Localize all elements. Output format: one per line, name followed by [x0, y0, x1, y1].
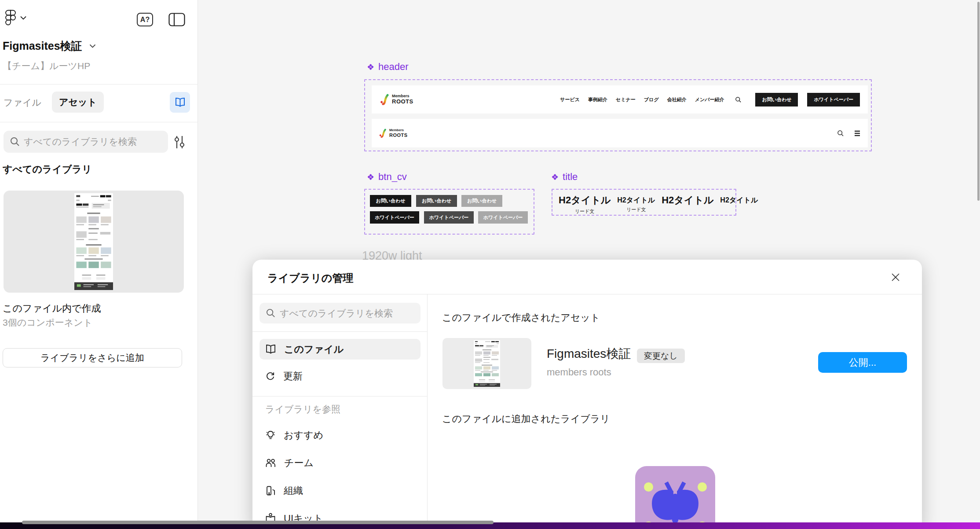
modal-nav-recommended[interactable]: おすすめ — [260, 425, 421, 445]
help-button[interactable]: A? — [137, 13, 153, 26]
divider — [0, 84, 198, 84]
added-libraries-heading: このファイルに追加されたライブラリ — [442, 412, 610, 426]
h2-title-variant[interactable]: H2タイトル — [662, 194, 713, 207]
search-icon[interactable] — [837, 130, 844, 137]
modal-nav-this-file[interactable]: このファイル — [260, 339, 421, 360]
component-count-label: 3個のコンポーネント — [3, 316, 92, 329]
desktop-header-variant[interactable]: Members ROOTS サービス 事例紹介 セミナー ブログ 会社紹介 メン… — [372, 85, 868, 114]
contact-button-light[interactable]: お問い合わせ — [461, 195, 502, 207]
library-card[interactable] — [4, 191, 184, 293]
website-thumbnail — [474, 340, 500, 387]
nav-item[interactable]: セミナー — [616, 96, 636, 103]
tab-assets[interactable]: アセット — [52, 92, 104, 113]
browse-libraries-label: ライブラリを参照 — [265, 403, 340, 415]
figma-app-window: A? Figmasites検証 【チーム】ルーツHP ファイル アセット — [0, 0, 980, 529]
nav-item[interactable]: メンバー紹介 — [695, 96, 724, 103]
component-icon: ❖ — [551, 173, 559, 181]
vertical-scrollbar[interactable] — [977, 2, 980, 201]
people-icon — [265, 458, 276, 468]
modal-content-panel: このファイルで作成されたアセット Figmasites検証 変更なし membe… — [428, 294, 922, 529]
hamburger-menu-icon[interactable] — [854, 130, 861, 136]
modal-nav-update[interactable]: 更新 — [260, 366, 421, 386]
modal-search — [260, 303, 421, 323]
h2-title-variant[interactable]: H2タイトル — [720, 194, 758, 205]
mobile-header-variant[interactable]: Members ROOTS — [372, 119, 868, 147]
component-icon: ❖ — [367, 173, 374, 181]
filter-sliders-icon[interactable] — [173, 136, 186, 149]
file-title-chevron-icon[interactable] — [89, 44, 96, 48]
handle-dot — [644, 482, 653, 492]
nav-item[interactable]: サービス — [560, 96, 580, 103]
whitepaper-button-light[interactable]: ホワイトペーパー — [478, 211, 528, 224]
header-component-frame[interactable]: Members ROOTS サービス 事例紹介 セミナー ブログ 会社紹介 メン… — [364, 79, 872, 151]
empty-state-illustration — [635, 466, 715, 529]
horizontal-scrollbar[interactable] — [22, 521, 494, 524]
created-in-file-label: このファイル内で作成 — [3, 302, 101, 315]
manage-libraries-modal: ライブラリの管理 このファイル 更新 — [252, 260, 922, 529]
title-component-frame[interactable]: H2タイトル リード文 H2タイトル リード文 H2タイトル H2タイトル — [552, 189, 736, 216]
book-icon — [265, 345, 276, 354]
divider — [0, 122, 198, 122]
modal-nav-team[interactable]: チーム — [260, 452, 421, 473]
no-changes-badge: 変更なし — [637, 349, 685, 363]
whitepaper-button-black[interactable]: ホワイトペーパー — [370, 211, 419, 224]
search-icon — [10, 136, 20, 147]
contact-button[interactable]: お問い合わせ — [755, 93, 798, 107]
team-subtitle: 【チーム】ルーツHP — [3, 60, 90, 72]
assets-heading: このファイルで作成されたアセット — [442, 311, 600, 324]
file-title: Figmasites検証 — [3, 39, 82, 53]
modal-title: ライブラリの管理 — [267, 271, 353, 285]
modal-search-input[interactable] — [260, 303, 421, 323]
organization-icon — [265, 485, 276, 496]
toggle-panel-icon[interactable] — [168, 13, 186, 26]
component-label-title[interactable]: ❖ title — [551, 171, 578, 183]
website-thumbnail — [74, 193, 113, 290]
butterfly-icon — [647, 478, 703, 527]
search-icon — [266, 308, 276, 318]
nav-item[interactable]: 会社紹介 — [667, 96, 687, 103]
sidebar-search — [4, 131, 168, 153]
close-icon[interactable] — [888, 269, 903, 285]
figma-menu-button[interactable] — [5, 10, 16, 26]
all-libraries-heading: すべてのライブラリ — [3, 163, 92, 176]
nav-item[interactable]: ブログ — [644, 96, 659, 103]
members-roots-logo: Members ROOTS — [380, 94, 413, 106]
h2-title-variant[interactable]: H2タイトル リード文 — [559, 194, 611, 215]
nav-item[interactable]: 事例紹介 — [588, 96, 607, 103]
modal-nav-organization[interactable]: 組織 — [260, 480, 421, 501]
book-icon — [175, 98, 186, 107]
asset-name: Figmasites検証 — [547, 345, 631, 362]
contact-button-black[interactable]: お問い合わせ — [370, 195, 411, 207]
search-icon[interactable] — [735, 96, 742, 103]
h2-title-variant[interactable]: H2タイトル リード文 — [617, 194, 655, 213]
asset-subtitle: members roots — [547, 367, 611, 378]
divider — [252, 396, 428, 397]
sidebar-search-input[interactable] — [4, 131, 168, 153]
members-roots-logo: Members ROOTS — [379, 129, 408, 138]
component-label-btn-cv[interactable]: ❖ btn_cv — [367, 171, 407, 183]
assets-sidebar: A? Figmasites検証 【チーム】ルーツHP ファイル アセット — [0, 0, 198, 529]
component-icon: ❖ — [367, 63, 374, 71]
refresh-icon — [265, 371, 275, 381]
component-label-header[interactable]: ❖ header — [367, 61, 409, 73]
modal-nav-panel: このファイル 更新 ライブラリを参照 おすすめ — [252, 294, 428, 529]
whitepaper-button-dark[interactable]: ホワイトペーパー — [424, 211, 474, 224]
tab-files[interactable]: ファイル — [4, 96, 41, 109]
asset-thumbnail — [442, 338, 531, 389]
publish-button[interactable]: 公開... — [818, 352, 907, 373]
library-toggle-button[interactable] — [170, 92, 190, 113]
handle-dot — [698, 482, 707, 492]
figma-menu-chevron-icon[interactable] — [20, 16, 26, 20]
divider — [252, 331, 428, 332]
whitepaper-button[interactable]: ホワイトペーパー — [807, 93, 860, 107]
lightbulb-icon — [265, 430, 276, 441]
btn-cv-component-frame[interactable]: お問い合わせ お問い合わせ お問い合わせ ホワイトペーパー ホワイトペーパー ホ… — [364, 189, 534, 235]
add-libraries-button[interactable]: ライブラリをさらに追加 — [3, 348, 182, 367]
contact-button-dark[interactable]: お問い合わせ — [416, 195, 457, 207]
